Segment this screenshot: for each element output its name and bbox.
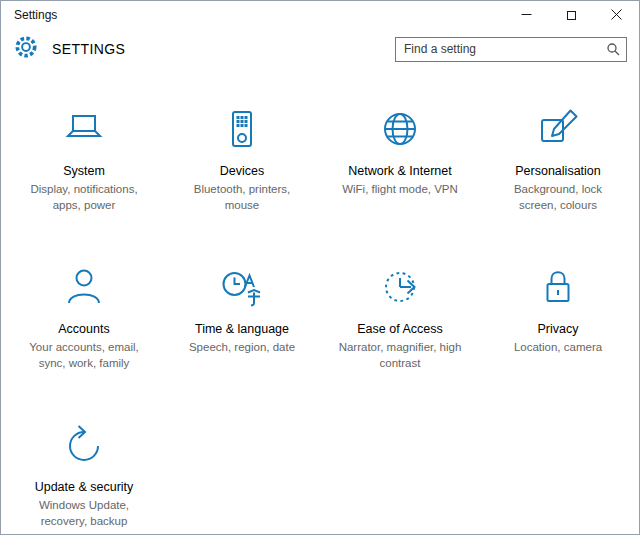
maximize-icon [567, 11, 576, 20]
close-button[interactable] [594, 1, 639, 29]
titlebar: Settings [1, 1, 639, 29]
category-tile-network[interactable]: Network & Internet WiFi, flight mode, VP… [321, 83, 479, 241]
padlock-icon [534, 253, 582, 311]
category-title: System [63, 164, 105, 178]
category-subtitle: WiFi, flight mode, VPN [342, 182, 458, 198]
settings-category-grid: System Display, notifications, apps, pow… [1, 83, 639, 535]
category-subtitle: Narrator, magnifier, high contrast [338, 340, 462, 371]
category-subtitle: Bluetooth, printers, mouse [180, 182, 304, 213]
category-subtitle: Windows Update, recovery, backup [22, 498, 146, 529]
category-tile-update-security[interactable]: Update & security Windows Update, recove… [5, 399, 163, 535]
page-title: SETTINGS [52, 41, 125, 57]
category-tile-accounts[interactable]: Accounts Your accounts, email, sync, wor… [5, 241, 163, 399]
category-tile-privacy[interactable]: Privacy Location, camera [479, 241, 637, 399]
category-subtitle: Background, lock screen, colours [496, 182, 620, 213]
category-subtitle: Display, notifications, apps, power [22, 182, 146, 213]
category-tile-system[interactable]: System Display, notifications, apps, pow… [5, 83, 163, 241]
search-icon[interactable] [600, 38, 626, 61]
window-controls [504, 1, 639, 29]
paintbrush-icon [534, 95, 582, 153]
close-icon [611, 6, 622, 24]
header: SETTINGS [1, 29, 639, 67]
category-tile-devices[interactable]: Devices Bluetooth, printers, mouse [163, 83, 321, 241]
category-tile-time-language[interactable]: Time & language Speech, region, date [163, 241, 321, 399]
search-box [395, 37, 627, 62]
person-icon [60, 253, 108, 311]
category-title: Time & language [195, 322, 289, 336]
minimize-button[interactable] [504, 1, 549, 29]
window-title: Settings [1, 8, 57, 22]
category-title: Ease of Access [357, 322, 442, 336]
category-subtitle: Your accounts, email, sync, work, family [22, 340, 146, 371]
devices-icon [218, 95, 266, 153]
clock-language-icon [218, 253, 266, 311]
globe-icon [376, 95, 424, 153]
category-title: Accounts [58, 322, 109, 336]
minimize-icon [521, 6, 532, 24]
laptop-icon [60, 95, 108, 153]
category-tile-ease-of-access[interactable]: Ease of Access Narrator, magnifier, high… [321, 241, 479, 399]
category-tile-personalisation[interactable]: Personalisation Background, lock screen,… [479, 83, 637, 241]
search-input[interactable] [396, 42, 600, 56]
ease-of-access-icon [376, 253, 424, 311]
category-title: Network & Internet [348, 164, 452, 178]
maximize-button[interactable] [549, 1, 594, 29]
category-title: Privacy [538, 322, 579, 336]
category-subtitle: Location, camera [514, 340, 602, 356]
category-title: Update & security [35, 480, 134, 494]
category-title: Personalisation [515, 164, 600, 178]
category-title: Devices [220, 164, 264, 178]
category-subtitle: Speech, region, date [189, 340, 295, 356]
gear-icon [13, 34, 39, 64]
refresh-icon [60, 411, 108, 469]
